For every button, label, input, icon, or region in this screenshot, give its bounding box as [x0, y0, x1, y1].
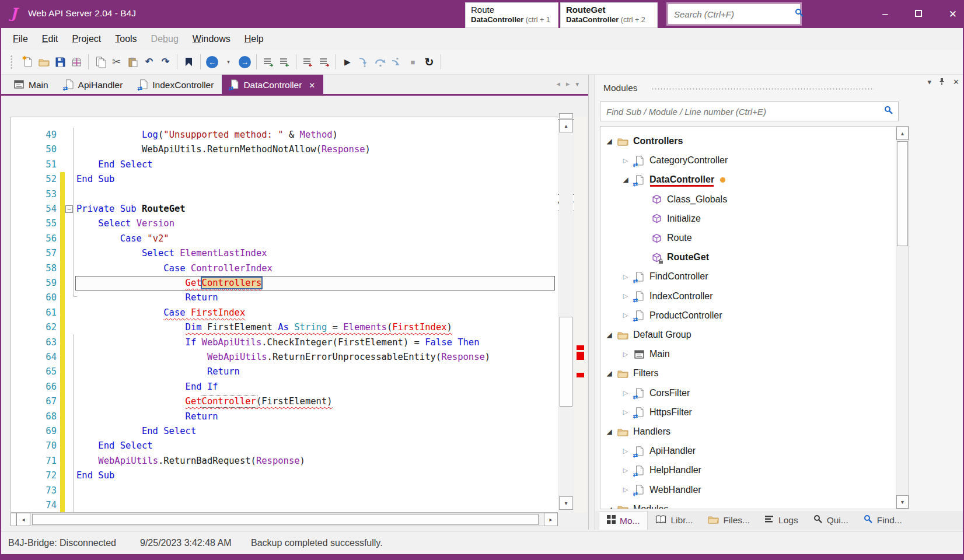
tree-item-main[interactable]: ▷Main: [600, 344, 892, 364]
error-marker[interactable]: [577, 352, 584, 360]
quick-jump-card[interactable]: Route DataController (ctrl + 1: [465, 2, 558, 28]
tab-scroll-right-icon[interactable]: ▸: [566, 79, 576, 88]
menu-item-tools[interactable]: Tools: [108, 28, 144, 50]
tree-item-httpsfilter[interactable]: ▷⇄HttpsFilter: [600, 402, 892, 422]
uncomment-button[interactable]: [278, 54, 291, 69]
close-button[interactable]: ✕: [949, 8, 957, 20]
tab-main[interactable]: Main: [6, 75, 57, 96]
expander-closed-icon[interactable]: ▷: [621, 486, 630, 494]
titlebar-search-input[interactable]: [668, 9, 795, 19]
panel-tab-libr[interactable]: Libr...: [648, 511, 700, 530]
close-tab-icon[interactable]: ✕: [309, 81, 315, 90]
panel-tab-qui[interactable]: Qui...: [806, 511, 856, 530]
menu-item-project[interactable]: Project: [65, 28, 108, 50]
tree-item-webhandler[interactable]: ▷⇄WebHandler: [600, 480, 892, 500]
tab-indexcontroller[interactable]: ⇄IndexController: [131, 75, 222, 96]
panel-tab-find[interactable]: Find...: [856, 511, 910, 530]
split-handle[interactable]: [11, 513, 16, 526]
rebuild-button[interactable]: ↻: [422, 54, 436, 69]
expander-closed-icon[interactable]: ▷: [621, 157, 630, 164]
menu-item-windows[interactable]: Windows: [186, 28, 237, 50]
tree-item-modules[interactable]: ◢Modules: [600, 499, 892, 509]
save-button[interactable]: [54, 54, 67, 69]
scroll-left-icon[interactable]: ◂: [16, 513, 30, 526]
tree-item-handlers[interactable]: ◢Handlers: [600, 422, 892, 442]
tree-item-indexcontroller[interactable]: ▷⇄IndexController: [600, 286, 892, 306]
scroll-up-icon[interactable]: ▴: [559, 119, 573, 132]
tree-item-findcontroller[interactable]: ▷⇄FindController: [600, 267, 892, 286]
panel-drag-handle[interactable]: [651, 88, 874, 91]
expander-closed-icon[interactable]: ▷: [621, 351, 630, 358]
tree-scrollbar[interactable]: ▴ ▾: [896, 127, 909, 509]
tree-item-corsfilter[interactable]: ▷⇄CorsFilter: [600, 383, 892, 403]
tree-item-class_globals[interactable]: Class_Globals: [600, 190, 892, 209]
expander-closed-icon[interactable]: ▷: [621, 389, 630, 397]
tree-item-default group[interactable]: ◢Default Group: [600, 325, 892, 345]
quick-jump-card[interactable]: RouteGet DataController (ctrl + 2: [560, 2, 658, 28]
tree-item-controllers[interactable]: ◢Controllers: [600, 131, 892, 151]
tree-item-filters[interactable]: ◢Filters: [600, 363, 892, 383]
expander-open-icon[interactable]: ◢: [605, 137, 613, 145]
vertical-scrollbar[interactable]: ▴ ▾: [559, 117, 573, 513]
scroll-down-icon[interactable]: ▾: [896, 495, 909, 509]
tree-item-apihandler[interactable]: ▷⇄ApiHandler: [600, 441, 892, 461]
expander-closed-icon[interactable]: ▷: [621, 292, 630, 300]
tree-scroll-thumb[interactable]: [897, 141, 908, 246]
redo-button[interactable]: ↷: [159, 54, 172, 69]
expander-closed-icon[interactable]: ▷: [621, 467, 630, 474]
vscroll-thumb[interactable]: [560, 317, 572, 407]
menu-item-file[interactable]: File: [6, 28, 35, 50]
indent-button[interactable]: [317, 54, 331, 69]
tree-item-route[interactable]: Route: [600, 228, 892, 248]
pin-icon[interactable]: [938, 78, 945, 88]
collapse-region-icon[interactable]: −: [65, 205, 73, 213]
maximize-button[interactable]: [915, 8, 922, 20]
panel-splitter[interactable]: [588, 75, 595, 530]
expander-closed-icon[interactable]: ▷: [621, 408, 630, 416]
new-file-button[interactable]: ✱: [21, 54, 34, 69]
split-handle[interactable]: [559, 113, 573, 118]
menu-item-help[interactable]: Help: [237, 28, 271, 50]
comment-button[interactable]: [261, 54, 275, 69]
scroll-down-icon[interactable]: ▾: [559, 496, 573, 510]
horizontal-scrollbar[interactable]: ◂ ▸: [11, 513, 558, 526]
panel-close-icon[interactable]: ✕: [953, 78, 959, 86]
nav-back-button[interactable]: ←: [205, 54, 219, 69]
hscroll-thumb[interactable]: [32, 514, 539, 525]
tree-item-helphandler[interactable]: ▷⇄HelpHandler: [600, 460, 892, 480]
panel-tab-mo[interactable]: Mo...: [599, 511, 648, 530]
panel-tab-logs[interactable]: Logs: [757, 511, 806, 530]
expander-open-icon[interactable]: ◢: [605, 369, 613, 377]
code-editor[interactable]: 49Log("Unsupported method: " & Method)50…: [11, 117, 558, 513]
open-project-button[interactable]: [37, 54, 51, 69]
panel-menu-icon[interactable]: ▾: [927, 78, 931, 86]
run-button[interactable]: ▶: [341, 54, 354, 69]
panel-tab-files[interactable]: Files...: [700, 511, 757, 530]
tab-scroll-left-icon[interactable]: ◂: [556, 79, 566, 88]
bookmark-button[interactable]: [182, 54, 195, 69]
expander-open-icon[interactable]: ◢: [605, 505, 613, 509]
tab-list-icon[interactable]: ▾: [575, 80, 585, 88]
expander-open-icon[interactable]: ◢: [605, 428, 613, 436]
copy-button[interactable]: [93, 54, 107, 69]
paste-button[interactable]: [126, 54, 139, 69]
tab-apihandler[interactable]: ⇄ApiHandler: [57, 75, 131, 96]
scroll-right-icon[interactable]: ▸: [544, 513, 558, 526]
tree-item-routeget[interactable]: RouteGet: [600, 247, 892, 267]
cut-button[interactable]: ✂: [110, 54, 123, 69]
outdent-button[interactable]: [301, 54, 315, 69]
scroll-up-icon[interactable]: ▴: [896, 127, 909, 140]
tree-item-categorycontroller[interactable]: ▷⇄CategoryController: [600, 150, 892, 170]
expander-open-icon[interactable]: ◢: [605, 331, 613, 339]
nav-forward-button[interactable]: →: [238, 54, 252, 69]
package-button[interactable]: [70, 54, 83, 69]
expander-open-icon[interactable]: ◢: [621, 176, 630, 184]
error-marker[interactable]: [577, 373, 584, 377]
tree-item-productcontroller[interactable]: ▷⇄ProductController: [600, 306, 892, 326]
tree-item-datacontroller[interactable]: ◢⇄DataController: [600, 170, 892, 190]
minimize-button[interactable]: –: [882, 8, 888, 20]
undo-button[interactable]: ↶: [142, 54, 156, 69]
nav-back-dd-button[interactable]: ▾: [222, 54, 235, 69]
tab-datacontroller[interactable]: ⇄DataController✕: [222, 75, 323, 96]
expander-closed-icon[interactable]: ▷: [621, 447, 630, 455]
